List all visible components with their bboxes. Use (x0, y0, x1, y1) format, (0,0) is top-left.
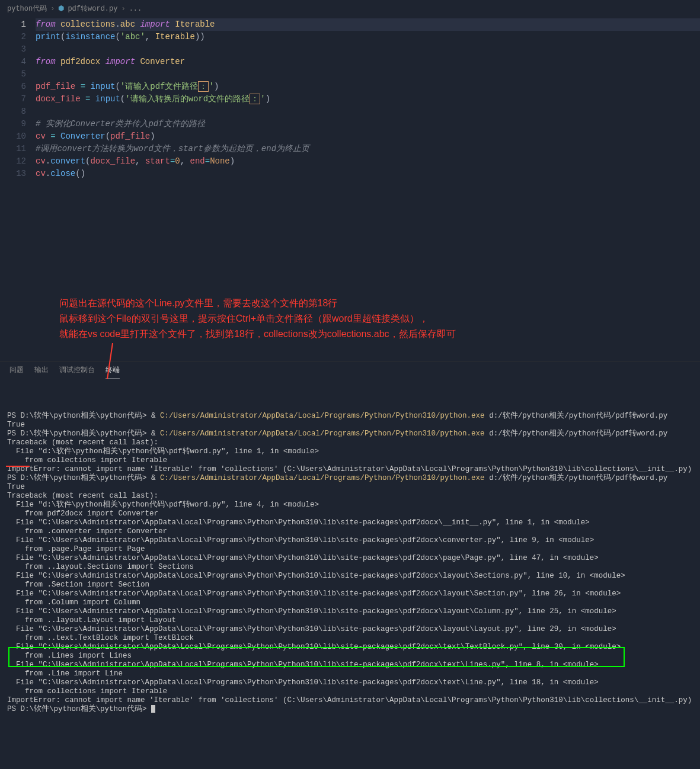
chevron-right-icon: › (121, 5, 125, 13)
tab-debug-console[interactable]: 调试控制台 (59, 365, 95, 379)
chevron-right-icon: › (50, 5, 55, 13)
code-content[interactable]: from collections.abc import Iterableprin… (36, 17, 700, 361)
tab-problems[interactable]: 问题 (9, 365, 24, 379)
breadcrumb[interactable]: python代码 › ⬢ pdf转word.py › ... (0, 0, 700, 17)
tab-terminal[interactable]: 终端 (106, 365, 120, 379)
terminal-output[interactable]: PS D:\软件\python相关\python代码> & C:/Users/A… (0, 379, 700, 769)
terminal-cursor (151, 705, 155, 713)
breadcrumb-symbol[interactable]: ... (129, 5, 142, 13)
breadcrumb-file[interactable]: pdf转word.py (68, 4, 117, 14)
breadcrumb-folder[interactable]: python代码 (7, 4, 47, 14)
line-number-gutter: 12345678910111213 (0, 17, 36, 361)
panel-tabs: 问题 输出 调试控制台 终端 (0, 361, 700, 379)
tab-output[interactable]: 输出 (34, 365, 49, 379)
editor[interactable]: 12345678910111213 from collections.abc i… (0, 17, 700, 361)
python-file-icon: ⬢ (58, 4, 64, 13)
